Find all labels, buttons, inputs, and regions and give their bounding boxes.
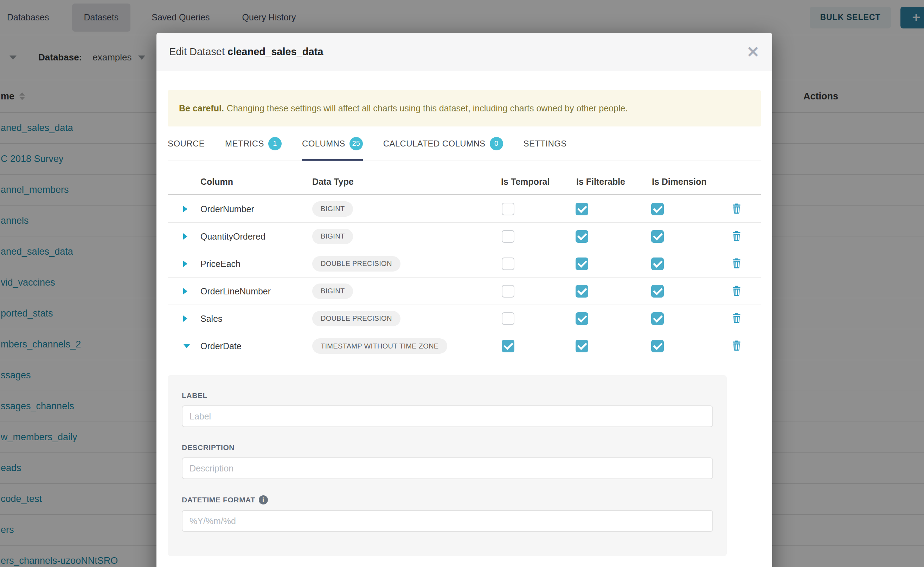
column-row: Sales DOUBLE PRECISION <box>168 305 761 332</box>
label-field-label: LABEL <box>182 392 713 400</box>
delete-column-icon[interactable] <box>730 257 743 271</box>
delete-column-icon[interactable] <box>730 230 743 243</box>
modal-tabs: SOURCE METRICS 1 COLUMNS 25 CALCULATED C… <box>168 126 761 161</box>
tab-calculated-columns[interactable]: CALCULATED COLUMNS 0 <box>383 126 503 161</box>
is-filterable-checkbox[interactable] <box>576 203 588 215</box>
is-filterable-checkbox[interactable] <box>576 312 588 325</box>
tab-columns[interactable]: COLUMNS 25 <box>302 126 363 161</box>
data-type-pill: BIGINT <box>312 229 353 244</box>
column-detail-panel: LABEL DESCRIPTION DATETIME FORMATi <box>168 375 727 556</box>
info-icon[interactable]: i <box>259 495 268 504</box>
metrics-count-badge: 1 <box>268 137 281 150</box>
is-filterable-checkbox[interactable] <box>576 285 588 297</box>
data-type-pill: DOUBLE PRECISION <box>312 311 400 326</box>
is-dimension-checkbox[interactable] <box>651 230 664 243</box>
collapse-caret-icon[interactable] <box>183 344 190 348</box>
tab-metrics[interactable]: METRICS 1 <box>225 126 281 161</box>
label-input[interactable] <box>182 405 713 427</box>
description-input[interactable] <box>182 458 713 479</box>
delete-column-icon[interactable] <box>730 339 743 353</box>
delete-column-icon[interactable] <box>730 284 743 298</box>
is-filterable-checkbox[interactable] <box>576 230 588 243</box>
delete-column-icon[interactable] <box>730 312 743 326</box>
is-filterable-checkbox[interactable] <box>576 340 588 352</box>
is-dimension-checkbox[interactable] <box>651 258 664 270</box>
modal-header: Edit Dataset cleaned_sales_data ✕ <box>157 33 772 71</box>
data-type-pill: TIMESTAMP WITHOUT TIME ZONE <box>312 338 447 354</box>
datasets-page: Databases Datasets Saved Queries Query H… <box>0 0 924 567</box>
edit-dataset-modal: Edit Dataset cleaned_sales_data ✕ Be car… <box>157 33 772 567</box>
expand-caret-icon[interactable] <box>183 315 187 322</box>
expand-caret-icon[interactable] <box>183 288 187 294</box>
tab-source[interactable]: SOURCE <box>168 126 205 161</box>
data-type-pill: BIGINT <box>312 284 353 299</box>
modal-title: Edit Dataset cleaned_sales_data <box>169 46 324 58</box>
column-row: OrderLineNumber BIGINT <box>168 278 761 305</box>
expand-caret-icon[interactable] <box>183 233 187 240</box>
is-temporal-checkbox[interactable] <box>502 258 515 270</box>
is-dimension-checkbox[interactable] <box>651 285 664 297</box>
is-temporal-checkbox[interactable] <box>502 312 515 325</box>
data-type-pill: BIGINT <box>312 201 353 217</box>
is-temporal-checkbox[interactable] <box>502 285 515 297</box>
datetime-format-input[interactable] <box>182 510 713 532</box>
columns-table-header: Column Data Type Is Temporal Is Filterab… <box>168 161 761 195</box>
is-filterable-checkbox[interactable] <box>576 258 588 270</box>
expand-caret-icon[interactable] <box>183 206 187 212</box>
is-dimension-checkbox[interactable] <box>651 312 664 325</box>
delete-column-icon[interactable] <box>730 202 743 216</box>
column-row-expanded: OrderDate TIMESTAMP WITHOUT TIME ZONE <box>168 332 761 360</box>
columns-count-badge: 25 <box>349 137 363 150</box>
modal-body: Be careful.Changing these settings will … <box>157 71 772 556</box>
column-row: QuantityOrdered BIGINT <box>168 223 761 250</box>
description-field-label: DESCRIPTION <box>182 443 713 452</box>
column-row: PriceEach DOUBLE PRECISION <box>168 250 761 278</box>
is-temporal-checkbox[interactable] <box>502 340 515 352</box>
is-dimension-checkbox[interactable] <box>651 203 664 215</box>
is-temporal-checkbox[interactable] <box>502 203 515 215</box>
calculated-columns-count-badge: 0 <box>490 137 503 150</box>
data-type-pill: DOUBLE PRECISION <box>312 256 400 272</box>
datetime-format-field-label: DATETIME FORMATi <box>182 495 713 504</box>
close-icon[interactable]: ✕ <box>746 44 760 60</box>
is-temporal-checkbox[interactable] <box>502 230 515 243</box>
column-row: OrderNumber BIGINT <box>168 195 761 223</box>
expand-caret-icon[interactable] <box>183 261 187 267</box>
tab-settings[interactable]: SETTINGS <box>524 126 567 161</box>
is-dimension-checkbox[interactable] <box>651 340 664 352</box>
warning-banner: Be careful.Changing these settings will … <box>168 90 761 126</box>
